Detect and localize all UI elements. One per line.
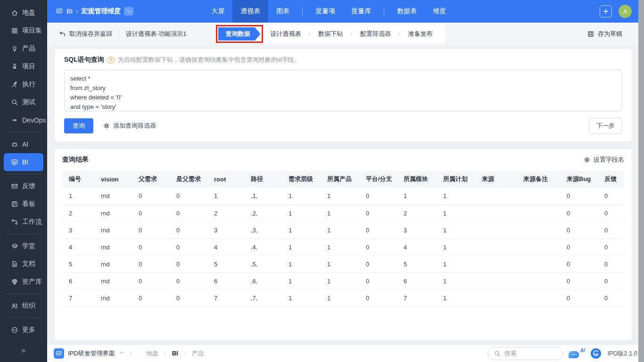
sidebar-item-home[interactable]: 地盘 [4, 4, 43, 22]
tab-7[interactable]: 数据表 [389, 0, 425, 23]
flow-icon [11, 218, 18, 226]
table-cell: 0 [361, 289, 399, 306]
sidebar-item-robot[interactable]: AI [4, 135, 43, 153]
search-box[interactable] [487, 347, 563, 360]
table-cell: 7 [62, 289, 96, 306]
wizard-step-4[interactable]: 准备发布 [401, 30, 440, 38]
results-table: 编号vision父需求是父需求root路径需求层级所属产品平台/分支所属模块所属… [62, 171, 624, 307]
ai-assistant-icon[interactable]: AI [569, 348, 585, 359]
sidebar-item-more[interactable]: 更多 [4, 321, 43, 339]
table-cell: 1 [209, 188, 246, 205]
column-header: 所属产品 [322, 171, 361, 188]
bottom-nav-item-0[interactable]: 地盘 [140, 349, 165, 358]
query-button[interactable]: 查询 [64, 118, 93, 133]
set-field-names-button[interactable]: 设置字段名 [583, 156, 624, 164]
sidebar-item-users[interactable]: 组织 [4, 297, 43, 315]
sidebar-divider [7, 318, 41, 318]
sidebar-item-doc[interactable]: 文档 [4, 255, 43, 273]
annotation-box: 查询数据 [216, 25, 263, 43]
sidebar-item-label: 资产库 [22, 278, 42, 286]
column-header: 是父需求 [172, 171, 209, 188]
sidebar-item-rocket[interactable]: 项目 [4, 58, 43, 75]
bottom-nav-item-2[interactable]: 产品 [185, 349, 211, 358]
table-cell [477, 222, 519, 239]
sidebar-item-search[interactable]: 测试 [4, 93, 43, 111]
cancel-save-return-button[interactable]: 取消保存并返回 [58, 30, 112, 38]
sidebar-item-label: 看板 [22, 200, 35, 208]
table-cell: ,6, [246, 272, 284, 289]
back-arrow-icon [58, 30, 66, 38]
table-cell: 0 [600, 205, 624, 222]
sidebar-item-school[interactable]: 学堂 [4, 237, 43, 255]
table-cell: 7 [209, 289, 246, 306]
dimension-dropdown-button[interactable] [124, 7, 133, 16]
table-cell: 6 [62, 272, 96, 289]
table-cell: 0 [134, 289, 172, 306]
save-icon [587, 30, 594, 38]
table-cell: 0 [600, 255, 624, 272]
table-row: 2rnd002,2,1102100 [62, 205, 624, 222]
sql-hint-text: 为后续配置数据下钻，请确保查询结果集中包含查询对象的id字段。 [118, 56, 300, 64]
table-cell: 0 [172, 272, 209, 289]
version-label: IPD版2.1.0 [607, 349, 637, 358]
sidebar-item-mail[interactable]: 反馈 [4, 177, 43, 195]
search-input[interactable] [504, 350, 551, 357]
table-cell [477, 239, 519, 255]
table-row: 7rnd007,7,1107100 [62, 289, 624, 306]
zentao-logo-icon [590, 348, 602, 359]
sidebar-collapse-button[interactable] [0, 344, 47, 357]
sidebar-item-grid[interactable]: 项目集 [4, 22, 43, 40]
sidebar-item-flow[interactable]: 工作流 [4, 213, 43, 231]
table-cell [477, 289, 519, 306]
table-cell: rnd [96, 188, 134, 205]
sidebar-item-chart[interactable]: BI [4, 153, 43, 171]
bi-app-icon [56, 8, 63, 15]
wizard-step-2[interactable]: 数据下钻 [311, 30, 350, 38]
avatar[interactable]: A [619, 5, 632, 18]
app-switcher[interactable]: IPD研发管理界面 [54, 348, 124, 359]
add-button[interactable] [600, 5, 612, 17]
table-cell: 1 [322, 272, 361, 289]
add-query-filter-button[interactable]: 添加查询筛选器 [103, 122, 156, 130]
table-cell: 1 [284, 188, 322, 205]
sidebar-item-label: 工作流 [22, 218, 42, 226]
toolbar-divider [119, 31, 119, 37]
wizard-step-3[interactable]: 配置筛选器 [353, 30, 398, 38]
sql-input[interactable] [64, 70, 622, 111]
sidebar-divider [7, 294, 41, 294]
tab-8[interactable]: 维度 [425, 0, 454, 23]
table-cell [519, 222, 562, 239]
save-as-draft-button[interactable]: 存为草稿 [587, 30, 622, 38]
table-cell [519, 272, 562, 289]
top-bar: BI › 宏观管理维度 大屏透视表图表度量项度量库数据表维度 A [47, 0, 644, 23]
tab-0[interactable]: 大屏 [203, 0, 232, 23]
table-cell: 0 [172, 289, 209, 306]
sidebar-item-bulb[interactable]: 产品 [4, 40, 43, 58]
table-cell: 0 [562, 255, 600, 272]
sidebar-item-run[interactable]: 执行 [4, 75, 43, 93]
bottom-nav: 地盘BI产品 [140, 349, 211, 358]
cancel-save-return-label: 取消保存并返回 [69, 30, 112, 38]
sql-query-card: SQL语句查询 ? 为后续配置数据下钻，请确保查询结果集中包含查询对象的id字段… [55, 49, 632, 141]
column-header: 来源备注 [519, 171, 562, 188]
column-header: 反馈 [600, 171, 624, 188]
sidebar-divider [7, 234, 41, 234]
tab-4[interactable]: 度量项 [307, 0, 343, 23]
sidebar-item-label: 测试 [22, 98, 35, 107]
wizard-step-1[interactable]: 设计透视表 [263, 30, 309, 38]
query-results-card: 查询结果 设置字段名 编号vision父需求是父需求root路径需求层级所属产品… [55, 149, 632, 340]
tab-5[interactable]: 度量库 [343, 0, 379, 23]
tab-2[interactable]: 图表 [268, 0, 297, 23]
sidebar-item-gem[interactable]: 资产库 [4, 273, 43, 291]
bottom-nav-item-1[interactable]: BI [165, 350, 185, 357]
sidebar-item-infinity[interactable]: DevOps [4, 111, 43, 129]
wizard-step-active[interactable]: 查询数据 [218, 27, 261, 41]
tab-1[interactable]: 透视表 [232, 0, 268, 23]
results-title: 查询结果 [62, 156, 89, 164]
chevron-down-icon [126, 8, 132, 14]
sidebar-item-label: 文档 [22, 260, 35, 268]
breadcrumb-app[interactable]: BI [66, 8, 73, 15]
next-step-button[interactable]: 下一步 [589, 118, 622, 134]
vertical-scrollbar[interactable] [638, 0, 644, 362]
sidebar-item-kanban[interactable]: 看板 [4, 195, 43, 213]
